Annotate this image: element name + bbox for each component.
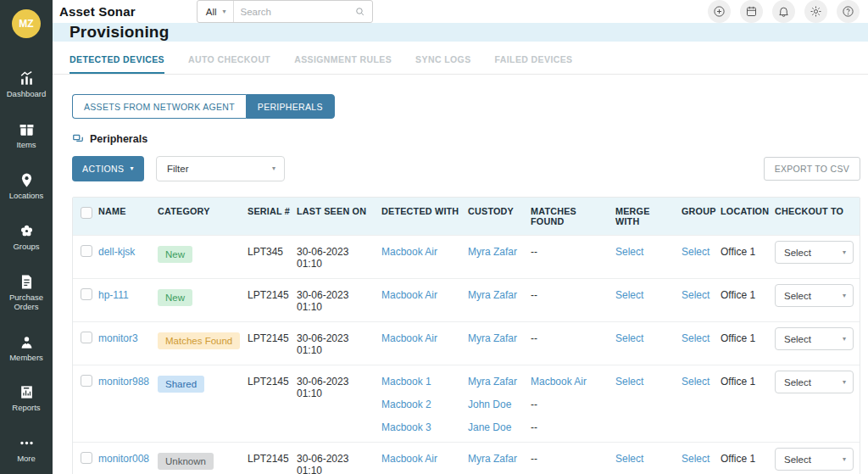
filter-dropdown[interactable]: Filter ▾ [156,156,285,181]
sidebar-item-members[interactable]: Members [0,334,53,363]
row-checkbox[interactable] [81,288,92,300]
toolbar: ACTIONS ▾ Filter ▾ EXPORT TO CSV [72,156,860,181]
members-icon [19,334,35,350]
custody-link[interactable]: Myra Zafar [468,376,526,388]
merge-with-select-link[interactable]: Select [615,453,643,465]
no-match-value: -- [531,421,610,433]
items-icon [19,121,35,137]
app-root: MZ DashboardItemsLocationsGroupsPurchase… [0,0,868,474]
cell-detected-with: Macbook Air [381,443,468,474]
row-checkbox[interactable] [81,245,92,257]
sidebar-item-items[interactable]: Items [0,121,53,150]
custody-link[interactable]: Myra Zafar [468,289,526,301]
tab-auto-checkout[interactable]: AUTO CHECKOUT [188,54,270,74]
group-select-link[interactable]: Select [682,453,709,465]
toggle-assets-from-network-agent[interactable]: ASSETS FROM NETWORK AGENT [72,94,246,119]
category-badge: Shared [158,376,204,393]
custody-link[interactable]: John Doe [468,399,526,410]
tab-sync-logs[interactable]: SYNC LOGS [415,54,470,74]
cell-location: Office 1 [721,443,775,474]
device-name-link[interactable]: monitor988 [98,376,149,388]
tab-assignment-rules[interactable]: ASSIGNMENT RULES [294,54,392,74]
cell-name: hp-111 [98,279,158,321]
detected-devices-table: NAMECATEGORYSERIAL #LAST SEEN ONDETECTED… [72,197,860,474]
chevron-down-icon: ▾ [843,456,846,463]
device-name-link[interactable]: hp-111 [98,289,129,301]
checkout-to-dropdown[interactable]: Select▾ [775,241,854,264]
device-name-link[interactable]: monitor008 [98,453,149,465]
custody-link[interactable]: Myra Zafar [468,332,526,344]
select-all-checkbox[interactable] [81,207,92,219]
detected-with-link[interactable]: Macbook 1 [381,376,463,388]
group-select-link[interactable]: Select [682,246,709,258]
cell-checkout-to: Select▾ [775,322,860,365]
chevron-down-icon: ▾ [843,293,846,299]
detected-with-link[interactable]: Macbook Air [381,289,463,301]
cell-matches-found: Macbook Air---- [531,365,615,442]
detected-with-link[interactable]: Macbook Air [381,453,463,465]
export-csv-button[interactable]: EXPORT TO CSV [764,157,860,181]
checkout-to-dropdown[interactable]: Select▾ [775,284,854,307]
notifications-bell-button[interactable] [772,0,795,23]
detected-with-link[interactable]: Macbook 3 [381,421,463,433]
row-checkbox[interactable] [81,332,92,343]
row-checkbox[interactable] [81,375,92,387]
checkout-to-dropdown[interactable]: Select▾ [775,371,854,393]
merge-with-select-link[interactable]: Select [615,289,643,301]
tab-detected-devices[interactable]: DETECTED DEVICES [70,54,164,74]
sidebar-item-locations[interactable]: Locations [0,172,53,201]
cell-matches-found: -- [531,236,615,278]
help-circle-button[interactable] [837,0,860,23]
device-name-link[interactable]: dell-kjsk [98,246,135,258]
sidebar-item-purchase-orders[interactable]: Purchase Orders [0,274,53,312]
checkout-to-dropdown[interactable]: Select▾ [775,327,854,350]
column-header-matches-found: MATCHES FOUND [531,198,615,235]
sidebar-item-reports[interactable]: Reports [0,384,53,413]
merge-with-select-link[interactable]: Select [615,246,643,258]
page-tabs: DETECTED DEVICESAUTO CHECKOUTASSIGNMENT … [53,42,868,75]
calendar-button[interactable] [740,0,763,23]
search-scope-dropdown[interactable]: All ▾ [198,1,234,22]
merge-with-select-link[interactable]: Select [615,376,643,388]
actions-button[interactable]: ACTIONS ▾ [72,156,144,181]
topbar-icons [708,0,860,23]
sidebar-item-more[interactable]: More [0,435,53,464]
custody-link[interactable]: Jane Doe [468,421,526,433]
cell-matches-found: -- [531,279,615,321]
column-header-last-seen-on: LAST SEEN ON [297,198,381,235]
category-badge: Matches Found [158,332,240,349]
cell-checkout-to: Select▾ [775,365,860,442]
search-scope-label: All [206,7,217,17]
matches-found-link[interactable]: Macbook Air [531,376,610,388]
row-checkbox[interactable] [81,452,92,464]
column-header-serial: SERIAL # [248,198,297,235]
detected-with-link[interactable]: Macbook 2 [381,399,463,410]
group-select-link[interactable]: Select [682,332,709,344]
group-select-link[interactable]: Select [682,289,709,301]
page-title: Provisioning [70,23,169,42]
detected-with-link[interactable]: Macbook Air [381,332,463,344]
checkout-to-dropdown[interactable]: Select▾ [775,448,854,471]
more-icon [19,435,35,451]
no-match-value: -- [531,399,610,410]
avatar[interactable]: MZ [12,9,41,38]
custody-link[interactable]: Myra Zafar [468,246,526,258]
merge-with-select-link[interactable]: Select [615,332,643,344]
search-input[interactable] [234,7,354,17]
checkout-to-value: Select [784,334,811,344]
sidebar-item-dashboard[interactable]: Dashboard [0,70,53,99]
cell-custody: Myra Zafar [468,443,531,474]
checkout-to-value: Select [784,291,811,301]
add-circle-button[interactable] [708,0,731,23]
custody-link[interactable]: Myra Zafar [468,453,526,465]
settings-gear-button[interactable] [804,0,827,23]
sidebar-item-groups[interactable]: Groups [0,223,53,252]
device-name-link[interactable]: monitor3 [98,332,138,344]
group-select-link[interactable]: Select [682,376,709,388]
no-match-value: -- [531,332,610,344]
cell-custody: Myra Zafar [468,236,531,278]
cell-merge-with: Select [615,236,682,278]
tab-failed-devices[interactable]: FAILED DEVICES [495,54,573,74]
detected-with-link[interactable]: Macbook Air [381,246,463,258]
toggle-peripherals[interactable]: PERIPHERALS [246,94,335,119]
